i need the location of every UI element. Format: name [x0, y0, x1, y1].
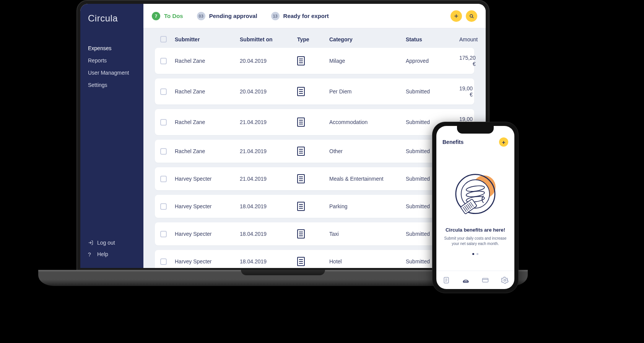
cell-type	[297, 56, 329, 65]
cell-type	[297, 257, 329, 266]
cell-submitter: Harvey Specter	[175, 203, 240, 209]
search-button[interactable]	[466, 10, 477, 22]
tab-export-label: Ready for export	[283, 13, 329, 19]
col-type: Type	[297, 36, 329, 42]
receipt-icon	[442, 276, 450, 284]
svg-point-16	[504, 279, 506, 281]
cell-type	[297, 202, 329, 211]
row-checkbox[interactable]	[160, 58, 167, 64]
sidebar-item-expenses[interactable]: Expenses	[80, 42, 143, 54]
table-body: Rachel Zane20.04.2019MilageApproved175,2…	[155, 48, 474, 268]
cell-category: Meals & Entertainment	[329, 176, 406, 182]
gear-icon	[501, 276, 509, 284]
cell-date: 18.04.2019	[240, 258, 297, 265]
phone-device-frame: Benefits +	[432, 122, 519, 293]
table-row[interactable]: Harvey Specter18.04.2019TaxiSubmitted	[155, 222, 474, 245]
logout-label: Log out	[97, 240, 115, 246]
cell-category: Taxi	[329, 231, 406, 237]
benefits-illustration	[450, 167, 500, 221]
cell-submitter: Harvey Specter	[175, 176, 240, 182]
table-row[interactable]: Harvey Specter18.04.2019HotelSubmitted	[155, 250, 474, 268]
topbar-actions	[450, 10, 477, 22]
row-checkbox[interactable]	[160, 148, 167, 155]
cell-date: 18.04.2019	[240, 203, 297, 209]
cell-date: 20.04.2019	[240, 58, 297, 64]
help-label: Help	[97, 251, 108, 257]
plus-icon	[454, 13, 459, 19]
cell-amount: 19,00 €	[459, 85, 476, 98]
sidebar-item-settings[interactable]: Settings	[80, 79, 143, 91]
tab-pending-label: Pending approval	[209, 13, 257, 19]
tab-ready-export[interactable]: 13 Ready for export	[271, 12, 329, 20]
table-row[interactable]: Rachel Zane21.04.2019OtherSubmitted	[155, 140, 474, 163]
table-row[interactable]: Rachel Zane20.04.2019Per DiemSubmitted19…	[155, 78, 474, 105]
search-icon	[469, 13, 474, 19]
sidebar-footer: Log out ? Help	[80, 240, 143, 260]
table-row[interactable]: Rachel Zane20.04.2019MilageApproved175,2…	[155, 48, 474, 74]
table-row[interactable]: Harvey Specter18.04.2019ParkingSubmitted	[155, 195, 474, 218]
cell-amount: 175,20 €	[459, 55, 479, 67]
row-checkbox[interactable]	[160, 119, 167, 126]
cell-submitter: Rachel Zane	[175, 148, 240, 154]
col-status: Status	[406, 36, 459, 42]
logout-button[interactable]: Log out	[88, 240, 136, 246]
row-checkbox[interactable]	[160, 258, 167, 265]
table-row[interactable]: Harvey Specter21.04.2019Meals & Entertai…	[155, 167, 474, 190]
cell-date: 21.04.2019	[240, 176, 297, 182]
col-category: Category	[329, 36, 406, 42]
cell-submitter: Rachel Zane	[175, 58, 240, 64]
phone-tab-receipts[interactable]	[442, 276, 450, 284]
logout-icon	[88, 240, 93, 245]
row-checkbox[interactable]	[160, 231, 167, 237]
cell-type	[297, 174, 329, 183]
phone-hero-title: Circula benefits are here!	[446, 227, 505, 233]
topbar: 7 To Dos 03 Pending approval 13 Ready fo…	[143, 4, 486, 28]
document-icon	[297, 56, 305, 65]
row-checkbox[interactable]	[160, 88, 167, 95]
tab-todos[interactable]: 7 To Dos	[152, 12, 183, 20]
cell-submitter: Harvey Specter	[175, 231, 240, 237]
cell-date: 20.04.2019	[240, 88, 297, 95]
help-icon: ?	[88, 252, 93, 257]
cell-category: Hotel	[329, 258, 406, 265]
sidebar-nav: Expenses Reports User Managment Settings	[80, 33, 143, 91]
cell-type	[297, 229, 329, 238]
cell-date: 18.04.2019	[240, 231, 297, 237]
laptop-device-frame: Circula Expenses Reports User Managment …	[76, 0, 490, 272]
document-icon	[297, 147, 305, 156]
cell-submitter: Rachel Zane	[175, 88, 240, 95]
cell-submitter: Harvey Specter	[175, 258, 240, 265]
tab-pending-approval[interactable]: 03 Pending approval	[197, 12, 257, 20]
phone-tab-benefits[interactable]	[462, 276, 470, 284]
add-button[interactable]	[450, 10, 462, 22]
dot-1[interactable]	[472, 253, 474, 255]
sidebar-item-reports[interactable]: Reports	[80, 54, 143, 67]
phone-tab-cards[interactable]	[481, 276, 490, 284]
document-icon	[297, 87, 305, 96]
brand-logo: Circula	[80, 11, 143, 33]
phone-hero-sub: Submit your daily costs and increase you…	[444, 236, 507, 247]
cell-date: 21.04.2019	[240, 148, 297, 154]
sidebar: Circula Expenses Reports User Managment …	[80, 4, 143, 268]
phone-title: Benefits	[442, 139, 463, 145]
table-row[interactable]: Rachel Zane21.04.2019AccommodationSubmit…	[155, 109, 474, 135]
tab-pending-count: 03	[197, 12, 205, 20]
sidebar-item-user-management[interactable]: User Managment	[80, 67, 143, 79]
select-all-checkbox[interactable]	[160, 36, 167, 42]
cell-status: Approved	[406, 58, 459, 64]
col-amount: Amount	[459, 36, 481, 42]
tab-todos-label: To Dos	[164, 13, 183, 19]
document-icon	[297, 257, 305, 266]
document-icon	[297, 229, 305, 238]
cell-category: Other	[329, 148, 406, 154]
phone-add-button[interactable]: +	[499, 137, 508, 147]
dot-2[interactable]	[476, 253, 478, 255]
tab-export-count: 13	[271, 12, 280, 20]
cell-status: Submitted	[406, 88, 459, 95]
help-button[interactable]: ? Help	[88, 251, 136, 257]
app-screen: Circula Expenses Reports User Managment …	[80, 4, 486, 268]
row-checkbox[interactable]	[160, 203, 167, 210]
plus-icon: +	[502, 139, 506, 145]
phone-tab-settings[interactable]	[501, 276, 509, 284]
row-checkbox[interactable]	[160, 176, 167, 182]
